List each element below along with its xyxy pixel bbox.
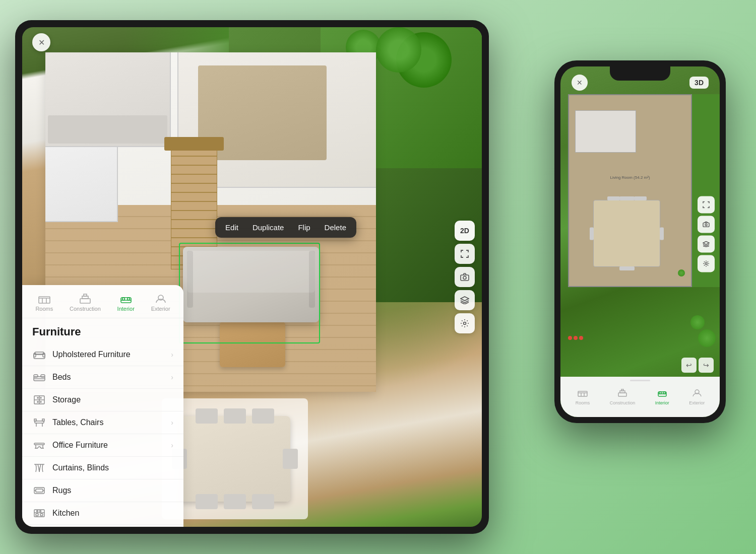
svg-point-22 <box>37 397 38 398</box>
item-label-upholstered: Upholstered Furniture <box>52 350 171 359</box>
tab-rooms-label: Rooms <box>35 306 53 312</box>
phone-tab-interior[interactable]: Interior <box>655 389 669 405</box>
icon-kitchen <box>32 508 46 519</box>
tab-exterior[interactable]: Exterior <box>147 291 174 314</box>
railing <box>164 137 224 151</box>
phone-handle <box>630 380 650 381</box>
fp-chair-bottom <box>619 266 635 270</box>
chair-bottom-left <box>196 494 218 509</box>
svg-point-25 <box>40 401 41 402</box>
sidebar-panel: Rooms Construction <box>22 285 183 527</box>
svg-rect-6 <box>84 294 87 296</box>
list-item-kitchen[interactable]: Kitchen <box>22 502 183 525</box>
list-item-office[interactable]: Office Furniture › <box>22 434 183 457</box>
phone-undo-button[interactable]: ↩ <box>681 358 697 373</box>
chevron-beds: › <box>171 373 173 381</box>
fp-chair-right <box>660 227 664 240</box>
kitchen <box>45 52 171 148</box>
chevron-upholstered: › <box>171 351 173 359</box>
svg-point-23 <box>37 401 38 402</box>
phone-3d-button[interactable]: 3D <box>689 77 709 89</box>
svg-rect-43 <box>703 223 709 227</box>
item-label-storage: Storage <box>52 395 173 404</box>
item-label-kitchen: Kitchen <box>52 509 173 518</box>
sidebar-title: Furniture <box>22 318 183 343</box>
context-edit[interactable]: Edit <box>223 222 240 233</box>
phone-screen: Living Room (54.2 m²) ✕ 3D <box>560 66 720 417</box>
list-item-beds[interactable]: Beds › <box>22 366 183 389</box>
list-item-tables[interactable]: Tables, Chairs › <box>22 411 183 434</box>
dining-area <box>169 406 300 512</box>
selection-rectangle <box>179 243 320 343</box>
tablet-close-button[interactable]: ✕ <box>32 33 50 51</box>
fp-sofa <box>575 110 636 152</box>
phone-tab-rooms[interactable]: Rooms <box>576 389 590 405</box>
flowers <box>568 336 583 340</box>
svg-rect-4 <box>80 299 90 303</box>
item-label-beds: Beds <box>52 373 171 382</box>
phone-tab-exterior[interactable]: Exterior <box>689 389 705 405</box>
context-delete[interactable]: Delete <box>323 222 348 233</box>
phone-settings-button[interactable] <box>698 255 715 272</box>
tab-construction-icon <box>78 293 92 304</box>
tab-interior[interactable]: Interior <box>113 291 139 314</box>
tab-construction[interactable]: Construction <box>66 291 105 314</box>
fp-chair-top <box>619 196 635 200</box>
phone-camera-button[interactable] <box>698 216 715 233</box>
phone-fullscreen-button[interactable] <box>698 196 715 213</box>
phone-close-button[interactable]: ✕ <box>572 75 588 91</box>
phone-tab-rooms-icon <box>578 389 588 399</box>
tab-interior-label: Interior <box>117 306 135 312</box>
context-flip[interactable]: Flip <box>296 222 312 233</box>
fp-dining <box>593 200 660 267</box>
phone-tab-construction[interactable]: Construction <box>610 389 636 405</box>
phone-tab-rooms-label: Rooms <box>576 400 590 405</box>
tab-exterior-icon <box>154 293 168 304</box>
chair-right <box>283 449 298 469</box>
list-item-rugs[interactable]: Rugs <box>22 479 183 502</box>
scene-wrapper: Edit Duplicate Flip Delete ✕ 2D <box>0 0 756 554</box>
tablet-settings-button[interactable] <box>455 313 475 333</box>
context-duplicate[interactable]: Duplicate <box>250 222 286 233</box>
item-label-office: Office Furniture <box>52 441 171 450</box>
svg-rect-3 <box>39 297 50 303</box>
chair-bottom-right <box>252 494 274 509</box>
chevron-tables: › <box>171 419 173 427</box>
sidebar-tabs: Rooms Construction <box>22 285 183 318</box>
tablet-layers-button[interactable] <box>455 290 475 310</box>
tablet-right-toolbar: 2D <box>455 221 475 333</box>
phone-tab-interior-label: Interior <box>655 400 669 405</box>
item-label-rugs: Rugs <box>52 486 173 495</box>
tablet-fullscreen-button[interactable] <box>455 244 475 264</box>
sofa-container <box>183 247 319 322</box>
tab-construction-label: Construction <box>70 306 101 312</box>
phone-redo-button[interactable]: ↪ <box>699 358 714 373</box>
tablet-2d-button[interactable]: 2D <box>455 221 475 241</box>
fp-chair-tr <box>634 196 647 200</box>
tablet-screen: Edit Duplicate Flip Delete ✕ 2D <box>22 27 482 527</box>
tab-interior-icon <box>119 293 133 304</box>
phone-tab-interior-icon <box>657 389 667 399</box>
dining-table <box>179 416 290 502</box>
fp-plant <box>678 269 685 276</box>
phone-tab-exterior-label: Exterior <box>689 400 705 405</box>
phone-right-toolbar <box>698 196 715 272</box>
icon-office <box>32 440 46 451</box>
phone-room-label: Living Room (54.2 m²) <box>610 175 650 180</box>
svg-point-45 <box>705 262 707 264</box>
icon-rugs <box>32 485 46 496</box>
chair-top-left <box>196 408 218 424</box>
svg-rect-47 <box>618 393 626 396</box>
list-item-storage[interactable]: Storage <box>22 389 183 411</box>
phone-layers-button[interactable] <box>698 235 715 252</box>
tab-rooms-icon <box>37 293 51 304</box>
tablet-camera-button[interactable] <box>455 267 475 287</box>
sidebar-list: Upholstered Furniture › <box>22 343 183 525</box>
tab-rooms[interactable]: Rooms <box>31 291 57 314</box>
tab-exterior-label: Exterior <box>151 306 170 312</box>
svg-point-41 <box>37 511 38 512</box>
list-item-upholstered[interactable]: Upholstered Furniture › <box>22 343 183 366</box>
shrub-2 <box>690 315 705 329</box>
tree-1 <box>376 27 421 73</box>
list-item-curtains[interactable]: Curtains, Blinds <box>22 457 183 479</box>
